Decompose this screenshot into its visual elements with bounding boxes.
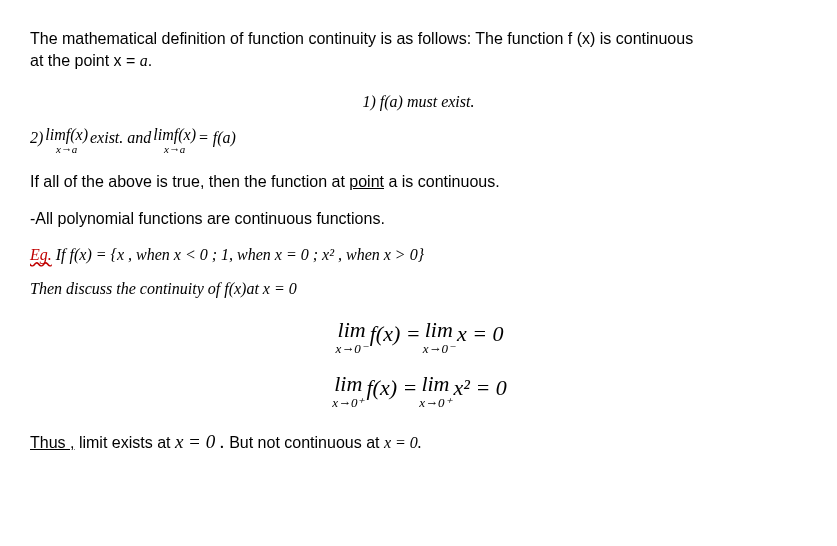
eq1-limtop-r: lim	[425, 319, 453, 341]
intro-line2a: at the point x =	[30, 52, 140, 69]
cond1-rest: must exist.	[403, 93, 475, 110]
cond2-sub1: x→a	[56, 144, 77, 155]
poly-line: -All polynomial functions are continuous…	[30, 208, 807, 230]
intro-line1: The mathematical definition of function …	[30, 30, 693, 47]
eq2-sub-l: x→0⁺	[332, 396, 364, 409]
eq2-lim-left: lim x→0⁺	[332, 373, 364, 409]
cond1-fa: f(a)	[380, 93, 403, 110]
cond2-mid1: exist. and	[90, 127, 151, 149]
cond2-sub2: x→a	[164, 144, 185, 155]
eq1-limtop-l: lim	[338, 319, 366, 341]
limit-block-1: limf(x) x→a	[45, 127, 88, 155]
eq2-lim-right: lim x→0⁺	[419, 373, 451, 409]
eq2-sub-r: x→0⁺	[419, 396, 451, 409]
condition-1: 1) f(a) must exist.	[30, 91, 807, 113]
ifall-a: If all of the above is true, then the fu…	[30, 173, 349, 190]
thus-label: Thus ,	[30, 434, 74, 451]
ifall-line: If all of the above is true, then the fu…	[30, 171, 807, 193]
cond2-prefix: 2)	[30, 127, 43, 149]
thus-x2: x = 0.	[384, 434, 422, 451]
intro-line2c: .	[148, 52, 152, 69]
condition-2: 2) limf(x) x→a exist. and limf(x) x→a = …	[30, 127, 807, 155]
eq1-lim-left: lim x→0⁻	[335, 319, 367, 355]
thus-line: Thus , limit exists at x = 0 . But not c…	[30, 429, 807, 456]
eq1-sub-l: x→0⁻	[335, 342, 367, 355]
eq1-rhs: x = 0	[457, 319, 504, 350]
cond2-lim2: limf	[153, 126, 178, 143]
eg-label: Eg.	[30, 246, 52, 263]
equation-1: lim x→0⁻ f(x) = lim x→0⁻ x = 0	[30, 319, 807, 355]
eq2-rhs: x² = 0	[454, 373, 507, 404]
eg-body: If f(x) = {x , when x < 0 ; 1, when x = …	[52, 246, 424, 263]
cond2-lim1: limf	[45, 126, 70, 143]
intro-paragraph: The mathematical definition of function …	[30, 28, 807, 73]
ifall-b: a is continuous.	[384, 173, 500, 190]
eq1-sub-r: x→0⁻	[423, 342, 455, 355]
equation-2: lim x→0⁺ f(x) = lim x→0⁺ x² = 0	[30, 373, 807, 409]
eq2-limtop-r: lim	[421, 373, 449, 395]
cond1-prefix: 1)	[363, 93, 380, 110]
eq1-lim-right: lim x→0⁻	[423, 319, 455, 355]
cond2-arg1: (x)	[70, 126, 88, 143]
thus-b: But not continuous at	[225, 434, 384, 451]
cond2-arg2: (x)	[178, 126, 196, 143]
intro-a: a	[140, 52, 148, 69]
ifall-point: point	[349, 173, 384, 190]
cond2-eq: = f(a)	[198, 127, 236, 149]
eg-line: Eg. If f(x) = {x , when x < 0 ; 1, when …	[30, 244, 807, 266]
eq1-fx: f(x) =	[370, 319, 421, 350]
thus-x: x = 0 .	[175, 431, 225, 452]
eq2-limtop-l: lim	[334, 373, 362, 395]
limit-block-2: limf(x) x→a	[153, 127, 196, 155]
then-text: Then discuss the continuity of f(x)at x …	[30, 280, 297, 297]
thus-a: limit exists at	[74, 434, 174, 451]
then-line: Then discuss the continuity of f(x)at x …	[30, 278, 807, 300]
eq2-fx: f(x) =	[366, 373, 417, 404]
